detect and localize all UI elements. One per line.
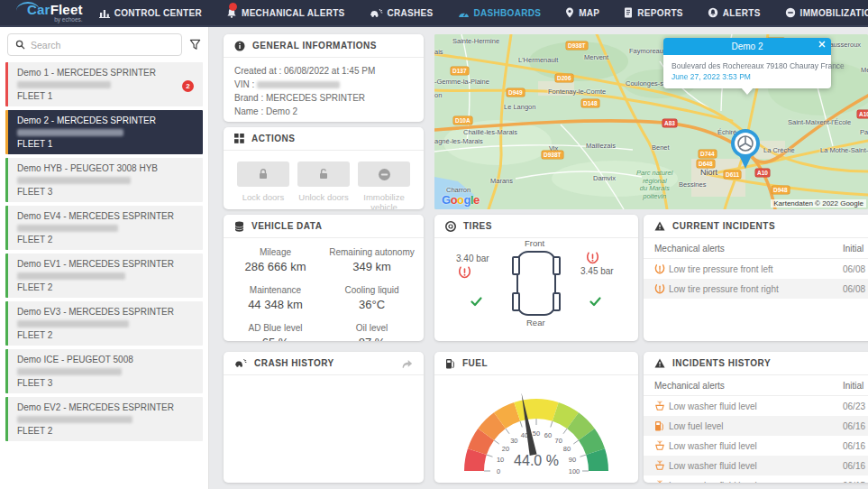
vehicle-name: Demo 2 - MERCEDES SPRINTER — [17, 115, 194, 126]
vehicle-list-item[interactable]: Demo 2 - MERCEDES SPRINTERFLEET 1 — [5, 110, 203, 154]
tires-diagram: Front Rear 3.40 bar 3.45 bar — [434, 238, 638, 341]
brand-tagline: by echoes. — [54, 16, 82, 23]
nav-item-immobilization[interactable]: IMMOBILIZATION — [785, 7, 868, 18]
map-town-label: -Gemme-la-Plaine — [434, 78, 489, 86]
ban-circle-icon — [785, 7, 796, 18]
map-town-label: Le Langon — [504, 103, 535, 111]
incident-label: Low tire pressure front left — [669, 264, 773, 274]
incident-row[interactable]: Low washer fluid level06/16 — [644, 436, 868, 456]
nav-item-mechanical-alerts[interactable]: MECHANICAL ALERTS — [226, 7, 345, 18]
map-town-label: Saint-Maixent-l'École — [788, 118, 851, 126]
vehicle-data-card: VEHICLE DATA Mileage286 666 kmRemaining … — [224, 215, 424, 341]
incident-date: 06/08 — [843, 284, 865, 294]
vin-redacted — [17, 81, 111, 88]
vehicle-name: Demo 1 - MERCEDES SPRINTER — [17, 68, 194, 78]
map-town-label: Damvix — [593, 174, 616, 182]
nav-item-label: REPORTS — [637, 8, 682, 18]
map-town-label: Niort — [700, 168, 717, 177]
card-title: CRASH HISTORY — [254, 358, 334, 368]
road-badge: D148 — [581, 99, 599, 107]
lock-doors-button[interactable] — [237, 161, 289, 187]
fleet-label: FLEET 3 — [17, 378, 194, 389]
road-badge: D938T — [542, 151, 563, 159]
nav-item-crashes[interactable]: CRASHES — [370, 8, 434, 18]
incident-label: Low fuel level — [669, 421, 724, 431]
map-town-label: Benet — [652, 143, 670, 152]
popup-header: Demo 2 — [663, 38, 831, 55]
nav-item-dashboards[interactable]: DASHBOARDS — [458, 8, 542, 18]
vehicle-list-item[interactable]: Demo ICE - PEUGEOT 5008FLEET 3 — [5, 349, 203, 393]
immobilize-vehicle-button[interactable] — [358, 161, 410, 187]
incident-row[interactable]: Low washer fluid level06/23 — [644, 396, 868, 416]
vehicle-name: Demo EV2 - MERCEDES ESPRINTER — [17, 402, 194, 413]
app-logo[interactable]: CarFleet by echoes. — [27, 4, 83, 23]
vehicle-marker[interactable] — [727, 127, 763, 176]
share-arrow-icon[interactable] — [400, 358, 413, 369]
nav-item-map[interactable]: MAP — [565, 7, 599, 18]
filter-icon[interactable] — [189, 39, 201, 51]
washer-alert-icon — [654, 480, 665, 483]
tire-rear-right — [553, 292, 561, 311]
card-title: GENERAL INFORMATIONS — [252, 41, 377, 51]
metric-label: Oil level — [324, 323, 420, 333]
incident-label: Low washer fluid level — [669, 461, 757, 471]
popup-pointer — [741, 88, 754, 95]
rear-label: Rear — [526, 318, 545, 328]
vin-redacted — [17, 320, 129, 328]
nav-item-label: CONTROL CENTER — [114, 8, 202, 18]
road-badge: D10A — [453, 116, 472, 125]
gauge-tick-label: 80 — [563, 445, 571, 453]
nav-item-alerts[interactable]: ALERTS — [708, 7, 761, 18]
pin-icon — [565, 7, 574, 18]
incident-row[interactable]: Low washer fluid level06/15 — [644, 475, 868, 483]
database-icon — [234, 221, 244, 232]
close-icon[interactable] — [818, 41, 826, 50]
nav-item-control-center[interactable]: CONTROL CENTER — [99, 8, 202, 18]
metric-label: Cooling liquid — [324, 285, 420, 295]
gauge-tick — [580, 455, 587, 457]
map-town-label: L'Hermenault — [518, 56, 558, 64]
vehicle-list-item[interactable]: Demo EV1 - MERCEDES ESPRINTERFLEET 2 — [5, 254, 203, 298]
card-title: FUEL — [462, 358, 488, 368]
vehicle-list-item[interactable]: Demo EV4 - MERCEDES ESPRINTERFLEET 2 — [5, 206, 203, 250]
gauge-tick — [563, 429, 567, 434]
vehicle-sidebar: Demo 1 - MERCEDES SPRINTERFLEET 12Demo 2… — [0, 27, 209, 489]
metric-value: 87 % — [324, 336, 420, 341]
fleet-label: FLEET 1 — [17, 139, 194, 150]
vehicle-name: Demo EV4 - MERCEDES ESPRINTER — [17, 211, 194, 222]
vehicle-list-item[interactable]: Demo HYB - PEUGEOT 3008 HYBFLEET 3 — [5, 158, 203, 202]
nav-item-label: MECHANICAL ALERTS — [242, 8, 345, 18]
road-badge: D206 — [555, 74, 573, 82]
incident-row[interactable]: Low tire pressure front left06/08 — [644, 259, 868, 279]
search-input[interactable] — [31, 40, 174, 51]
card-title: VEHICLE DATA — [251, 221, 322, 231]
map-town-label: Maillezais — [586, 142, 616, 150]
gauge-tick-label: 100 — [569, 467, 580, 475]
gauge-tick-label: 60 — [544, 431, 552, 439]
map-town-label: agné-les-Marais — [434, 137, 483, 145]
map[interactable]: Sainte-HermineaisL'HermenaultMerventFaym… — [434, 34, 868, 209]
action-lock-doors: Lock doors — [236, 161, 290, 209]
gauge-tick — [494, 440, 499, 444]
incident-row[interactable]: Low washer fluid level06/16 — [644, 456, 868, 475]
action-unlock-doors: Unlock doors — [297, 161, 351, 209]
vehicle-list-item[interactable]: Demo EV2 - MERCEDES ESPRINTERFLEET 2 — [5, 397, 203, 441]
vehicle-list-item[interactable]: Demo 1 - MERCEDES SPRINTERFLEET 12 — [5, 62, 203, 106]
map-town-label: Bessines — [679, 180, 706, 189]
gauge-tick — [520, 421, 522, 428]
vin-redacted — [17, 129, 123, 136]
google-logo[interactable]: Google — [442, 193, 480, 207]
unlock-doors-button[interactable] — [297, 161, 350, 187]
incident-date: 06/16 — [843, 421, 865, 431]
incident-row[interactable]: Low fuel level06/16 — [644, 416, 868, 436]
incident-row[interactable]: Low tire pressure front right06/08 — [644, 279, 868, 299]
incident-date: 06/16 — [843, 461, 865, 471]
washer-alert-icon — [654, 401, 665, 411]
metric-oil-level: Oil level87 % — [324, 323, 420, 341]
incident-count-badge: 2 — [182, 80, 194, 92]
info-icon — [234, 41, 245, 51]
popup-datetime-link[interactable]: June 27, 2022 3:53 PM — [672, 71, 823, 82]
incident-date: 06/16 — [843, 441, 865, 451]
vehicle-list-item[interactable]: Demo EV3 - MERCEDES ESPRINTERFLEET 2 — [5, 301, 203, 346]
nav-item-reports[interactable]: REPORTS — [624, 7, 682, 18]
